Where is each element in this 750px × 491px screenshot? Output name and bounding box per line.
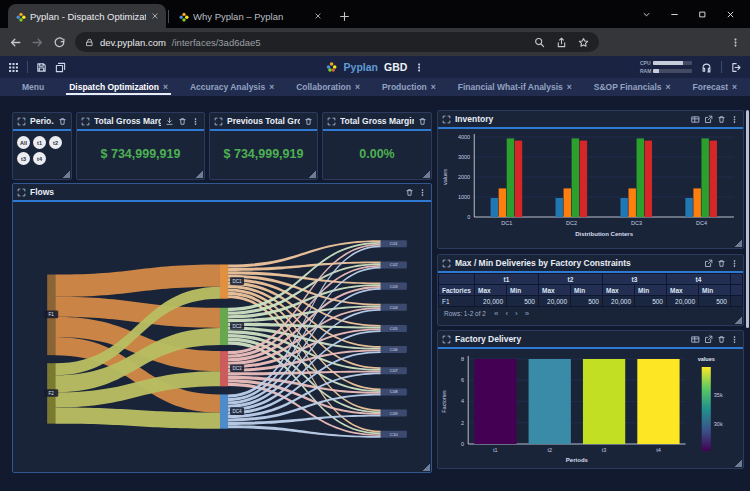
constraints-table: t1t2t3t4FactoriesMaxMinMaxMinMaxMinMaxMi…	[438, 273, 743, 307]
fullscreen-icon[interactable]	[442, 115, 451, 124]
page-button-0[interactable]: «	[494, 309, 498, 318]
delete-icon[interactable]	[418, 117, 427, 126]
period-pill-t1[interactable]: t1	[33, 136, 46, 149]
resize-handle[interactable]	[734, 459, 742, 467]
table-view-icon[interactable]	[691, 335, 700, 344]
delete-icon[interactable]	[178, 117, 187, 126]
page-button-2[interactable]: ›	[515, 309, 518, 318]
resize-handle[interactable]	[62, 170, 70, 178]
bookmark-star-icon[interactable]	[578, 37, 589, 48]
lock-icon[interactable]	[85, 38, 94, 47]
ram-bar	[653, 69, 692, 73]
fullscreen-icon[interactable]	[327, 117, 336, 126]
resize-handle[interactable]	[195, 170, 203, 178]
export-icon[interactable]	[704, 335, 713, 344]
save-icon[interactable]	[36, 62, 47, 73]
subheader-min: Min	[571, 285, 603, 296]
panel-menu-icon[interactable]	[418, 188, 427, 197]
browser-tab-active[interactable]: Pyplan - Dispatch Optimization	[8, 4, 166, 28]
factory-delivery-heatmap: 02468t1t2t3t4PeriodsFactoriesvalues35k30…	[438, 349, 743, 468]
zoom-icon[interactable]	[534, 37, 545, 48]
new-tab-button[interactable]	[339, 11, 350, 22]
delete-icon[interactable]	[304, 117, 313, 126]
resize-handle[interactable]	[734, 316, 742, 324]
share-icon[interactable]	[556, 37, 567, 48]
tab-search-icon[interactable]	[642, 10, 651, 19]
download-icon[interactable]	[165, 117, 174, 126]
tab-s-op-financials[interactable]: S&OP Financials×	[583, 78, 682, 96]
tab-close-icon[interactable]: ×	[567, 82, 572, 92]
save-all-icon[interactable]	[55, 62, 66, 73]
period-pill-t3[interactable]: t3	[17, 152, 30, 165]
resize-handle[interactable]	[308, 170, 316, 178]
support-icon[interactable]	[701, 62, 712, 73]
panel-menu-icon[interactable]	[191, 117, 200, 126]
fullscreen-icon[interactable]	[442, 259, 451, 268]
back-button[interactable]	[9, 36, 22, 49]
delete-icon[interactable]	[405, 188, 414, 197]
fullscreen-icon[interactable]	[442, 335, 451, 344]
tab-production[interactable]: Production×	[371, 78, 447, 96]
period-header: t4	[667, 274, 731, 285]
page-button-3[interactable]: »	[525, 309, 529, 318]
resize-handle[interactable]	[422, 170, 430, 178]
table-row[interactable]: F120,00050020,00050020,00050020,000500	[439, 296, 743, 307]
logout-icon[interactable]	[731, 62, 742, 73]
svg-text:C10: C10	[390, 432, 399, 437]
resize-handle[interactable]	[734, 239, 742, 247]
tab-accuracy-analysis[interactable]: Accuracy Analysis×	[179, 78, 285, 96]
tab-close-icon[interactable]: ×	[355, 82, 360, 92]
tab-close-icon[interactable]	[314, 12, 322, 20]
tab-close-icon[interactable]: ×	[163, 82, 168, 92]
dashboard-scrollbar[interactable]	[746, 110, 749, 328]
tab-close-icon[interactable]: ×	[666, 82, 671, 92]
minimize-button[interactable]	[670, 10, 679, 19]
corner-cell	[439, 274, 475, 285]
tab-close-icon[interactable]	[151, 12, 159, 20]
maximize-button[interactable]	[698, 10, 707, 19]
value-cell: 20,000	[475, 296, 507, 307]
delete-icon[interactable]	[717, 115, 726, 124]
export-icon[interactable]	[704, 259, 713, 268]
fullscreen-icon[interactable]	[81, 117, 90, 126]
export-icon[interactable]	[704, 115, 713, 124]
browser-tab-inactive[interactable]: Why Pyplan – Pyplan	[171, 4, 329, 28]
reload-button[interactable]	[53, 36, 66, 49]
tab-forecast[interactable]: Forecast×	[682, 78, 748, 96]
url-path: /interfaces/3ad6dae5	[172, 37, 261, 48]
period-pill-t4[interactable]: t4	[33, 152, 46, 165]
panel-title: Perio...	[30, 116, 54, 126]
tab-close-icon[interactable]: ×	[431, 82, 436, 92]
panel-menu-icon[interactable]	[730, 335, 739, 344]
panel-menu-icon[interactable]	[730, 259, 739, 268]
period-pill-all[interactable]: All	[17, 136, 30, 149]
browser-window: Pyplan - Dispatch Optimization Why Pypla…	[0, 0, 750, 491]
tab-collaboration[interactable]: Collaboration×	[285, 78, 371, 96]
fullscreen-icon[interactable]	[214, 117, 223, 126]
svg-text:C03: C03	[390, 284, 399, 289]
panel-menu-icon[interactable]	[730, 115, 739, 124]
fullscreen-icon[interactable]	[17, 117, 26, 126]
delete-icon[interactable]	[717, 259, 726, 268]
delete-icon[interactable]	[717, 335, 726, 344]
apps-grid-icon[interactable]	[8, 62, 19, 73]
workspace-menu-icon[interactable]	[413, 62, 424, 73]
browser-menu-icon[interactable]	[730, 37, 741, 48]
fullscreen-icon[interactable]	[17, 188, 26, 197]
period-pill-t2[interactable]: t2	[49, 136, 62, 149]
menu-button[interactable]: Menu	[8, 82, 58, 92]
value-cell: 20,000	[667, 296, 699, 307]
table-view-icon[interactable]	[691, 115, 700, 124]
tab-close-icon[interactable]: ×	[732, 82, 737, 92]
page-button-1[interactable]: ‹	[505, 309, 508, 318]
tab-close-icon[interactable]: ×	[269, 82, 274, 92]
address-bar[interactable]: dev.pyplan.com/interfaces/3ad6dae5	[75, 32, 599, 52]
forward-button[interactable]	[31, 36, 44, 49]
delete-icon[interactable]	[58, 117, 67, 126]
kpi-value: 0.00%	[323, 129, 431, 179]
resize-handle[interactable]	[422, 463, 430, 471]
svg-text:Periods: Periods	[566, 457, 589, 463]
close-window-button[interactable]	[726, 10, 735, 19]
tab-financial-what-if-analysis[interactable]: Financial What-if Analysis×	[447, 78, 583, 96]
tab-dispatch-optimization[interactable]: Dispatch Optimization×	[58, 78, 179, 96]
